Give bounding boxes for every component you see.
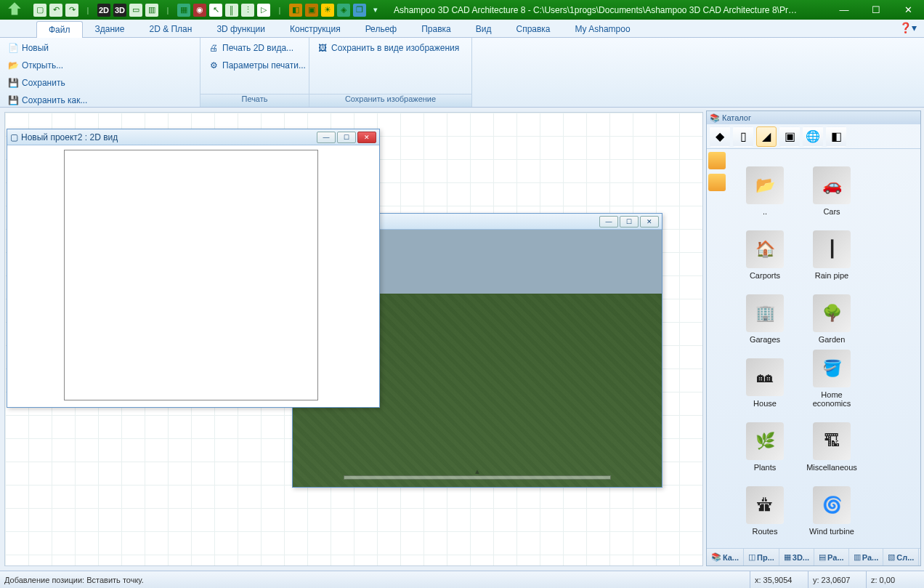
group-print-caption: Печать xyxy=(200,94,309,107)
open-label: Открыть... xyxy=(22,60,63,71)
help-icon[interactable]: ❓▾ xyxy=(899,22,917,33)
tab-building[interactable]: Здание xyxy=(83,20,137,37)
win2d-close-button[interactable]: ✕ xyxy=(357,132,376,143)
qat-redo-icon[interactable]: ↷ xyxy=(65,4,78,17)
catalog-item-carports[interactable]: 🏠Carports xyxy=(734,219,795,280)
printopts-icon: ⚙ xyxy=(208,60,219,71)
tab-3dfunc[interactable]: 3D функции xyxy=(204,20,277,37)
print2d-button[interactable]: 🖨Печать 2D вида... xyxy=(203,39,310,57)
cat-side-1[interactable] xyxy=(708,152,726,169)
catalog-item-miscellaneous[interactable]: 🏗Miscellaneous xyxy=(801,411,862,472)
tab-myashampoo[interactable]: My Ashampoo xyxy=(563,20,643,37)
cat-tab-0[interactable]: 📚Кa... xyxy=(707,549,744,565)
app-logo[interactable] xyxy=(0,0,29,20)
catalog-item-label: Wind turbine xyxy=(809,527,854,536)
catalog-item-rain-pipe[interactable]: ┃Rain pipe xyxy=(801,219,862,280)
catalog-item-home-economics[interactable]: 🪣Home economics xyxy=(801,347,862,408)
win3d-close-button[interactable]: ✕ xyxy=(640,216,659,227)
cat-tool-5[interactable]: 🌐 xyxy=(803,126,823,147)
maximize-button[interactable]: ☐ xyxy=(860,0,892,20)
win3d-max-button[interactable]: ☐ xyxy=(620,216,639,227)
win2d-min-button[interactable]: — xyxy=(317,132,336,143)
cat-tab-5[interactable]: ▧Сл... xyxy=(883,549,919,565)
catalog-panel: 📚Каталог ◆ ▯ ◢ ▣ 🌐 ◧ 📂..🚗Cars🏠Carports┃R… xyxy=(706,110,921,566)
catalog-item--[interactable]: 📂.. xyxy=(734,155,795,216)
qat-win2-icon[interactable]: ▥ xyxy=(145,4,158,17)
qat-new-icon[interactable]: ▢ xyxy=(33,4,46,17)
qat-tree-icon[interactable]: ▣ xyxy=(305,4,318,17)
cat-tab-3[interactable]: ▤Pa... xyxy=(814,549,849,565)
qat-snap-icon[interactable]: ⋮ xyxy=(241,4,254,17)
catalog-thumb: 🌿 xyxy=(746,422,784,460)
catalog-item-routes[interactable]: 🛣Routes xyxy=(734,475,795,536)
chevron-up-icon[interactable]: ▲ xyxy=(474,467,481,475)
cat-tab-1[interactable]: ◫Пр... xyxy=(744,549,779,565)
catalog-item-cars[interactable]: 🚗Cars xyxy=(801,155,862,216)
qat-measure-icon[interactable]: ║ xyxy=(225,4,238,17)
catalog-item-label: Miscellaneous xyxy=(806,463,857,472)
cat-tool-6[interactable]: ◧ xyxy=(826,126,846,147)
cat-tab-4[interactable]: ▥Pa... xyxy=(849,549,884,565)
qat-3d-icon[interactable]: 3D xyxy=(113,4,126,17)
saveas-button[interactable]: 💾Сохранить как... xyxy=(3,92,92,109)
qat-2d-icon[interactable]: 2D xyxy=(97,4,110,17)
saveas-icon: 💾 xyxy=(7,94,19,106)
catalog-thumb: 🏘 xyxy=(746,358,784,396)
cat-tool-3[interactable]: ◢ xyxy=(756,126,777,147)
catalog-thumb: 🏠 xyxy=(746,230,784,268)
open-button[interactable]: 📂Открыть... xyxy=(3,57,92,74)
qat-cursor-icon[interactable]: ↖ xyxy=(209,4,222,17)
new-button[interactable]: 📄Новый xyxy=(3,39,92,57)
grid-canvas[interactable]: ▣3D вид — ☐ ✕ ▲ ▢Новый проект2 : 2D вид … xyxy=(4,112,703,566)
qat-dropdown-icon[interactable]: ▾ xyxy=(369,4,382,17)
minimize-button[interactable]: ― xyxy=(828,0,860,20)
tab-edit[interactable]: Правка xyxy=(409,20,463,37)
cat-tool-4[interactable]: ▣ xyxy=(779,126,800,147)
view2d-canvas[interactable] xyxy=(7,145,379,407)
catalog-item-label: Routes xyxy=(753,527,778,536)
qat-terrain-icon[interactable]: ◉ xyxy=(193,4,206,17)
catalog-title: Каталог xyxy=(722,113,751,122)
ribbon: 📄Новый 📂Открыть... 💾Сохранить 💾Сохранить… xyxy=(0,38,924,108)
printopts-button[interactable]: ⚙Параметры печати... xyxy=(203,57,310,74)
qat-grid-icon[interactable]: ▦ xyxy=(177,4,190,17)
saveimg-button[interactable]: 🖼Сохранить в виде изображения xyxy=(312,39,463,57)
qat-copy-icon[interactable]: ❐ xyxy=(353,4,366,17)
cat-side-2[interactable] xyxy=(708,174,726,191)
new-label: Новый xyxy=(22,43,49,53)
catalog-item-house[interactable]: 🏘House xyxy=(734,347,795,408)
win3d-min-button[interactable]: — xyxy=(599,216,618,227)
cat-tool-1[interactable]: ◆ xyxy=(710,126,730,147)
tab-2dplan[interactable]: 2D & План xyxy=(137,20,204,37)
qat-divider: | xyxy=(81,4,94,17)
cat-tab-2[interactable]: ▦3D... xyxy=(779,549,814,565)
print2d-label: Печать 2D вида... xyxy=(222,43,293,53)
window-2d-view[interactable]: ▢Новый проект2 : 2D вид — ☐ ✕ xyxy=(7,129,380,408)
catalog-item-wind-turbine[interactable]: 🌀Wind turbine xyxy=(801,475,862,536)
qat-undo-icon[interactable]: ↶ xyxy=(49,4,62,17)
tab-help[interactable]: Справка xyxy=(503,20,562,37)
qat-select-icon[interactable]: ▷ xyxy=(257,4,270,17)
qat-cube-icon[interactable]: ◈ xyxy=(337,4,350,17)
qat-win1-icon[interactable]: ▭ xyxy=(129,4,142,17)
saveas-label: Сохранить как... xyxy=(22,95,87,105)
tab-file[interactable]: Файл xyxy=(36,21,83,38)
print-icon: 🖨 xyxy=(208,42,219,54)
view3d-slider[interactable] xyxy=(344,475,611,480)
catalog-item-label: House xyxy=(753,399,777,408)
tab-view[interactable]: Вид xyxy=(463,20,504,37)
qat-layer-icon[interactable]: ◧ xyxy=(289,4,302,17)
tab-construction[interactable]: Конструкция xyxy=(277,20,353,37)
qat-light-icon[interactable]: ☀ xyxy=(321,4,334,17)
printopts-label: Параметры печати... xyxy=(222,60,306,71)
win2d-max-button[interactable]: ☐ xyxy=(337,132,356,143)
catalog-item-garden[interactable]: 🌳Garden xyxy=(801,283,862,344)
catalog-item-garages[interactable]: 🏢Garages xyxy=(734,283,795,344)
catalog-item-label: Cars xyxy=(823,207,840,216)
catalog-thumb: 📂 xyxy=(746,166,784,204)
catalog-item-plants[interactable]: 🌿Plants xyxy=(734,411,795,472)
save-button[interactable]: 💾Сохранить xyxy=(3,74,92,92)
tab-terrain[interactable]: Рельеф xyxy=(353,20,410,37)
close-button[interactable]: ✕ xyxy=(892,0,924,20)
cat-tool-2[interactable]: ▯ xyxy=(733,126,753,147)
